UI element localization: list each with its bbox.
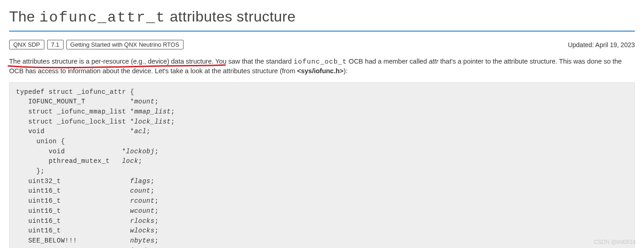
code-line: uint16_t bbox=[16, 187, 130, 194]
code-line: ; bbox=[155, 98, 159, 105]
code-line: ; bbox=[155, 197, 159, 205]
code-line: uint32_t bbox=[16, 178, 130, 185]
code-line: ; bbox=[151, 187, 155, 194]
intro-text-a: The attributes structure is a per-resour… bbox=[9, 58, 213, 65]
code-ident: mount bbox=[134, 98, 155, 105]
crumb-book[interactable]: Getting Started with QNX Neutrino RTOS bbox=[66, 40, 184, 49]
intro-paragraph: The attributes structure is a per-resour… bbox=[9, 57, 635, 76]
code-ident: lock bbox=[122, 157, 138, 165]
code-line: uint16_t bbox=[16, 227, 130, 234]
code-line: uint16_t bbox=[16, 217, 130, 225]
code-block: typedef struct _iofunc_attr { IOFUNC_MOU… bbox=[9, 82, 635, 248]
watermark: CSDN @khl0616 bbox=[594, 239, 636, 245]
code-ident: rlocks bbox=[130, 217, 154, 225]
code-ident: acl bbox=[134, 128, 146, 135]
code-line: IOFUNC_MOUNT_T * bbox=[16, 98, 134, 105]
code-line: struct _iofunc_mmap_list * bbox=[16, 108, 134, 115]
divider bbox=[9, 31, 635, 32]
crumb-version[interactable]: 7.1 bbox=[47, 40, 64, 49]
intro-header-file: <sys/iofunc.h> bbox=[297, 67, 344, 75]
page-title: The iofunc_attr_t attributes structure bbox=[9, 8, 635, 26]
code-line: }; bbox=[16, 167, 44, 175]
code-line: void * bbox=[16, 128, 134, 135]
title-suffix: attributes structure bbox=[166, 8, 296, 25]
code-ident: wcount bbox=[130, 207, 154, 215]
code-ident: wlocks bbox=[130, 227, 154, 234]
code-line: pthread_mutex_t bbox=[16, 157, 122, 165]
code-line: ; bbox=[151, 178, 155, 185]
breadcrumb: QNX SDP 7.1 Getting Started with QNX Neu… bbox=[9, 40, 184, 49]
code-line: ; bbox=[155, 148, 159, 155]
code-ident: lockobj bbox=[126, 148, 154, 155]
code-line: ; bbox=[155, 217, 159, 225]
updated-date: Updated: April 19, 2023 bbox=[568, 41, 635, 49]
intro-text-e: ): bbox=[344, 67, 348, 75]
meta-row: QNX SDP 7.1 Getting Started with QNX Neu… bbox=[9, 40, 635, 49]
code-ident: mmap_list bbox=[134, 108, 171, 115]
code-ident: flags bbox=[130, 178, 151, 185]
intro-mono-ocb: iofunc_ocb_t bbox=[293, 58, 346, 65]
code-line: void * bbox=[16, 148, 126, 155]
code-line: ; bbox=[138, 157, 142, 165]
title-code: iofunc_attr_t bbox=[39, 9, 166, 26]
code-line: ; bbox=[155, 227, 159, 234]
crumb-sdp[interactable]: QNX SDP bbox=[9, 40, 44, 49]
intro-ital-attr: attr bbox=[429, 58, 438, 65]
code-line: union { bbox=[16, 138, 65, 145]
code-ident: nbytes bbox=[130, 237, 154, 244]
code-line: uint16_t bbox=[16, 197, 130, 205]
code-line: ; bbox=[155, 207, 159, 215]
code-line: SEE_BELOW!!! bbox=[16, 237, 130, 244]
code-line: uint16_t bbox=[16, 207, 130, 215]
intro-text-c: OCB had a member called bbox=[347, 58, 429, 65]
code-ident: rcount bbox=[130, 197, 154, 205]
code-line: typedef struct _iofunc_attr { bbox=[16, 88, 134, 96]
code-line: ; bbox=[171, 118, 175, 125]
code-line: ; bbox=[155, 237, 159, 244]
title-prefix: The bbox=[9, 8, 39, 25]
code-line: ; bbox=[146, 128, 151, 135]
code-ident: lock_list bbox=[134, 118, 171, 125]
code-line: ; bbox=[171, 108, 175, 115]
code-ident: count bbox=[130, 187, 151, 194]
intro-text-b: You saw that the standard bbox=[213, 58, 293, 65]
code-line: struct _iofunc_lock_list * bbox=[16, 118, 134, 125]
